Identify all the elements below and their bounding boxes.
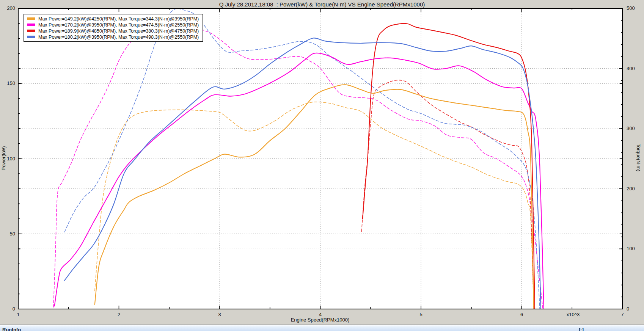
legend-entry: Max Power=189.9(kW)@4850(RPM), Max Torqu… [27,28,199,33]
legend-label: Max Power=180.2(kW)@3950(RPM), Max Torqu… [38,35,199,40]
x-tick-label: 5 [419,312,422,317]
y-left-tick-label: 50 [10,231,15,237]
y-axis-label-power: Power(kW) [1,143,6,174]
legend: Max Power=149.2(kW)@4250(RPM), Max Torqu… [24,14,203,42]
legend-swatch-blue [27,36,35,38]
y-left-tick-label: 150 [7,80,15,86]
legend-label: Max Power=189.9(kW)@4850(RPM), Max Torqu… [38,28,199,34]
y-left-tick-label: 200 [7,5,15,11]
y-right-tick-label: 100 [627,246,635,251]
y-right-tick-label: 200 [627,186,635,191]
status-bar: RunInfo [·] [0,325,644,331]
x-tick-label: 3 [218,312,221,317]
legend-swatch-magenta [27,24,35,26]
legend-entry: Max Power=180.2(kW)@3950(RPM), Max Torqu… [27,35,199,39]
legend-label: Max Power=149.2(kW)@4250(RPM), Max Torqu… [38,16,199,22]
x-axis-multiplier: x10^3 [562,312,584,317]
chart-svg: 12345670501001502000100200300400500 [0,0,644,325]
legend-swatch-orange [27,17,35,20]
legend-label: Max Power=170.2(kW)@3950(RPM), Max Torqu… [38,22,199,28]
statusbar-left-fragment: RunInfo [2,327,21,331]
x-tick-label: 7 [621,312,624,317]
x-tick-label: 4 [319,312,322,317]
y-left-tick-label: 0 [13,306,15,312]
statusbar-right-fragment: [·] [579,327,584,331]
y-axis-label-torque: Torque(N·m) [636,141,641,175]
y-right-tick-label: 400 [627,66,635,71]
legend-swatch-red [27,30,35,32]
legend-entry: Max Power=170.2(kW)@3950(RPM), Max Torqu… [27,22,199,27]
x-tick-label: 1 [17,312,19,317]
legend-entry: Max Power=149.2(kW)@4250(RPM), Max Torqu… [27,16,199,21]
x-axis-label: Engine Speed(RPMx1000) [225,317,415,323]
plot-window: Q July 28,2012,18:08 : Power(kW) & Torqu… [0,0,644,331]
x-tick-label: 6 [520,312,523,317]
y-right-tick-label: 500 [627,5,635,11]
y-right-tick-label: 300 [627,125,635,131]
x-tick-label: 2 [118,312,120,317]
y-left-tick-label: 100 [7,156,15,162]
y-right-tick-label: 0 [627,306,629,312]
